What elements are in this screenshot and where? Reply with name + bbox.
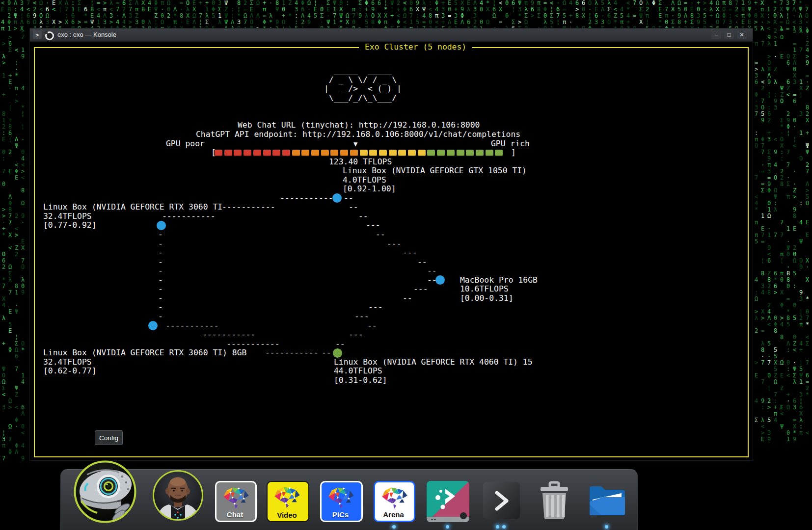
user-avatar-icon[interactable] xyxy=(152,470,204,521)
pics-app-icon[interactable]: PICs xyxy=(320,481,363,522)
terminal-app-image xyxy=(483,482,520,519)
arena-app-label: Arena xyxy=(375,510,412,519)
plasma-app-image xyxy=(427,481,469,522)
trash-image xyxy=(537,481,572,519)
window-titlebar[interactable]: > exo : exo — Konsole – □ ✕ xyxy=(30,28,753,42)
tui-yellow-frame: Exo Cluster (5 nodes) xyxy=(34,47,749,457)
user-avatar-image xyxy=(152,470,204,521)
window-title: exo : exo — Konsole xyxy=(57,31,116,38)
video-app-label: Video xyxy=(268,511,306,519)
running-indicator-arena xyxy=(392,525,396,529)
running-indicator-files xyxy=(605,525,608,529)
brain-logo xyxy=(325,485,358,510)
close-button[interactable]: ✕ xyxy=(737,31,747,39)
running-indicator-terminal-2 xyxy=(502,525,506,529)
robot-avatar-icon[interactable] xyxy=(73,460,137,524)
video-app-icon[interactable]: Video xyxy=(267,481,309,522)
folder-image xyxy=(589,484,626,517)
brain-logo xyxy=(220,485,253,510)
chat-app-icon[interactable]: Chat xyxy=(215,481,257,522)
brain-logo xyxy=(379,485,411,510)
maximize-button[interactable]: □ xyxy=(724,31,734,39)
minimize-button[interactable]: – xyxy=(711,31,721,39)
konsole-window: > exo : exo — Konsole – □ ✕ Exo Cluster … xyxy=(29,28,753,461)
robot-avatar-image xyxy=(73,460,137,524)
terminal-app-icon[interactable] xyxy=(483,482,520,519)
running-indicator-terminal-1 xyxy=(496,525,499,529)
tab-prompt-icon[interactable]: > xyxy=(33,30,42,39)
config-button[interactable]: Config xyxy=(95,430,123,445)
file-manager-icon[interactable] xyxy=(589,484,626,517)
cluster-header: Exo Cluster (5 nodes) xyxy=(359,42,472,52)
plasma-app-icon[interactable] xyxy=(427,481,469,522)
konsole-app-icon xyxy=(45,31,54,40)
brain-logo xyxy=(271,485,304,509)
running-indicator-plasma xyxy=(446,525,449,529)
chat-app-label: Chat xyxy=(217,510,253,519)
arena-app-icon[interactable]: Arena xyxy=(374,481,415,522)
trash-icon[interactable] xyxy=(537,481,572,519)
pics-app-label: PICs xyxy=(322,510,359,519)
